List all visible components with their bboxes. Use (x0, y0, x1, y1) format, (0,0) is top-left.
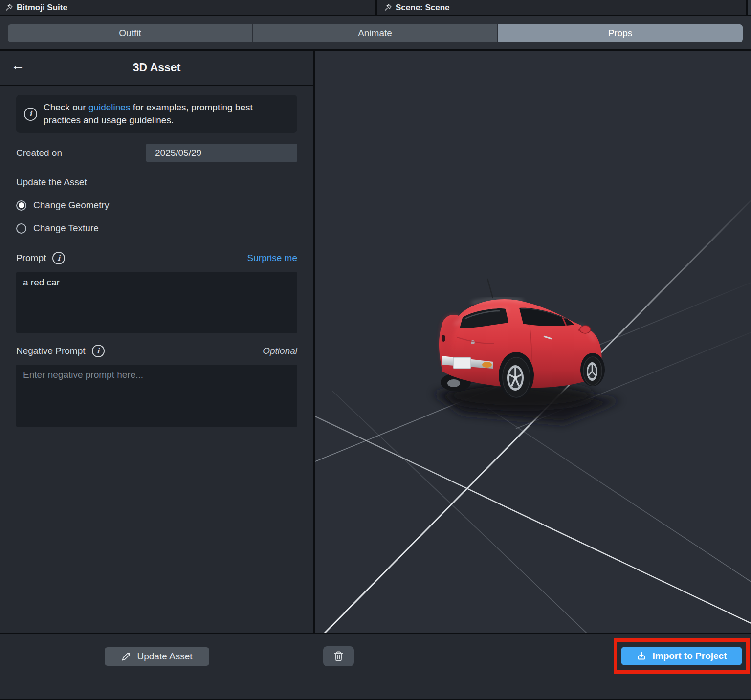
info-icon[interactable]: i (52, 252, 65, 264)
prompt-label: Prompt (16, 253, 46, 263)
radio-change-geometry[interactable]: Change Geometry (16, 200, 297, 211)
update-asset-section-label: Update the Asset (16, 177, 297, 188)
radio-label: Change Geometry (33, 200, 109, 211)
created-on-label: Created on (16, 148, 62, 158)
negative-prompt-input[interactable] (16, 365, 297, 427)
tab-animate[interactable]: Animate (253, 24, 497, 42)
3d-scene-red-car (315, 51, 751, 633)
back-button[interactable]: ← (11, 58, 25, 72)
footer-right: Import to Project (315, 634, 751, 699)
3d-viewport[interactable] (315, 51, 751, 633)
panel-tab-bitmoji-suite[interactable]: Bitmoji Suite (5, 0, 67, 15)
negative-prompt-label: Negative Prompt (16, 346, 86, 356)
tab-outfit[interactable]: Outfit (8, 24, 252, 42)
panel-tab-label: Scene: Scene (396, 3, 450, 13)
optional-hint: Optional (263, 346, 297, 356)
pushpin-icon (5, 3, 13, 12)
update-asset-button[interactable]: Update Asset (105, 647, 209, 666)
radio-change-texture[interactable]: Change Texture (16, 223, 297, 234)
footer-left: Update Asset (0, 634, 313, 699)
trash-icon (332, 650, 345, 663)
panel-divider (376, 0, 377, 15)
negative-prompt-header-row: Negative Prompt i Optional (16, 345, 297, 357)
panel-header: ← 3D Asset (0, 51, 313, 86)
app-window: Bitmoji Suite Scene: Scene Outfit Animat… (0, 0, 751, 700)
red-car-model[interactable] (439, 279, 605, 399)
footer-bar: Update Asset (0, 634, 751, 699)
page-title: 3D Asset (133, 61, 181, 74)
pushpin-icon (384, 3, 392, 12)
guidelines-note: i Check our guidelines for examples, pro… (16, 95, 297, 133)
panel-tab-label: Bitmoji Suite (17, 3, 67, 13)
asset-detail-panel: ← 3D Asset i Check our guidelines for ex… (0, 51, 313, 633)
panel-tab-scene[interactable]: Scene: Scene (384, 0, 450, 15)
info-icon[interactable]: i (92, 345, 105, 357)
import-to-project-button[interactable]: Import to Project (621, 647, 742, 665)
delete-asset-button[interactable] (323, 646, 354, 666)
info-icon: i (24, 108, 37, 121)
radio-button-selected[interactable] (16, 200, 26, 211)
download-icon (636, 651, 647, 661)
mode-tab-bar: Outfit Animate Props (0, 16, 751, 49)
prompt-input[interactable]: a red car (16, 272, 297, 333)
radio-button[interactable] (16, 223, 26, 234)
action-highlight-rectangle: Import to Project (614, 638, 750, 674)
radio-label: Change Texture (33, 223, 99, 234)
guidelines-text: Check our guidelines for examples, promp… (44, 101, 289, 127)
pencil-icon (121, 651, 132, 662)
prompt-header-row: Prompt i Surprise me (16, 252, 297, 264)
guidelines-link[interactable]: guidelines (88, 102, 131, 112)
created-on-row: Created on 2025/05/29 (16, 144, 297, 162)
created-on-value: 2025/05/29 (146, 144, 297, 162)
tab-props[interactable]: Props (498, 24, 743, 42)
panel-edge (748, 0, 751, 15)
panel-title-bar: Bitmoji Suite Scene: Scene (0, 0, 751, 15)
surprise-me-link[interactable]: Surprise me (247, 253, 297, 263)
